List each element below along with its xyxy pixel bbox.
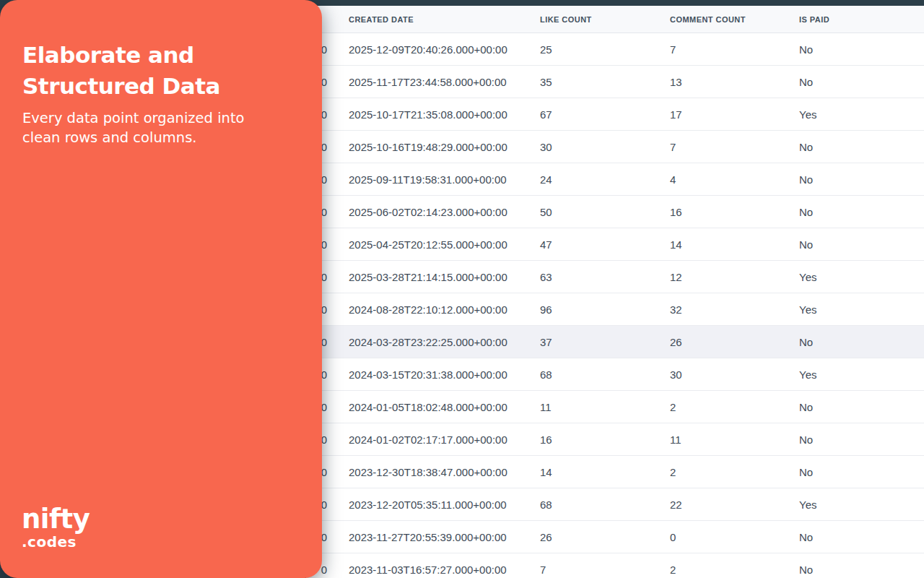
table-row[interactable]: 0 2023-12-30T18:38:47.000+00:00 14 2 No: [306, 456, 924, 488]
column-header-comment-count: COMMENT COUNT: [670, 6, 799, 33]
cell-created-date: 2024-03-15T20:31:38.000+00:00: [327, 358, 540, 390]
cell-created-date: 2024-01-05T18:02:48.000+00:00: [327, 391, 540, 423]
cell-is-paid: No: [799, 553, 924, 578]
table-row[interactable]: 0 2024-08-28T22:10:12.000+00:00 96 32 Ye…: [306, 293, 924, 326]
cell-created-date: 2025-10-16T19:48:29.000+00:00: [327, 131, 540, 163]
cell-is-paid: No: [799, 196, 924, 228]
column-header-like-count: LIKE COUNT: [540, 6, 670, 33]
cell-like-count: 7: [540, 553, 670, 578]
cell-created-date: 2023-12-30T18:38:47.000+00:00: [327, 456, 540, 488]
table-row[interactable]: 0 2025-06-02T02:14:23.000+00:00 50 16 No: [306, 196, 924, 228]
cell-comment-count: 12: [670, 261, 799, 293]
cell-like-count: 11: [540, 391, 670, 423]
table-row[interactable]: 0 2023-11-03T16:57:27.000+00:00 7 2 No: [306, 553, 924, 578]
cell-comment-count: 26: [670, 326, 799, 358]
table-row[interactable]: 0 2023-12-20T05:35:11.000+00:00 68 22 Ye…: [306, 488, 924, 521]
panel-subtitle-line2: clean rows and columns.: [22, 129, 197, 146]
table-row[interactable]: 0 2025-10-17T21:35:08.000+00:00 67 17 Ye…: [306, 98, 924, 131]
cell-comment-count: 13: [670, 66, 799, 98]
cell-is-paid: No: [799, 326, 924, 358]
cell-created-date: 2024-03-28T23:22:25.000+00:00: [327, 326, 540, 358]
cell-is-paid: No: [799, 66, 924, 98]
cell-is-paid: Yes: [799, 261, 924, 293]
cell-comment-count: 7: [670, 131, 799, 163]
nifty-codes-logo: nifty .codes: [22, 506, 90, 549]
table-row[interactable]: 0 2025-03-28T21:14:15.000+00:00 63 12 Ye…: [306, 261, 924, 293]
cell-comment-count: 11: [670, 423, 799, 455]
cell-like-count: 68: [540, 488, 670, 520]
cell-like-count: 16: [540, 423, 670, 455]
cell-is-paid: No: [799, 391, 924, 423]
cell-comment-count: 17: [670, 98, 799, 130]
cell-created-date: 2025-06-02T02:14:23.000+00:00: [327, 196, 540, 228]
cell-comment-count: 32: [670, 293, 799, 325]
cell-comment-count: 16: [670, 196, 799, 228]
cell-like-count: 50: [540, 196, 670, 228]
cell-like-count: 25: [540, 33, 670, 65]
cell-created-date: 2025-10-17T21:35:08.000+00:00: [327, 98, 540, 130]
panel-title: Elaborate and Structured Data: [22, 40, 220, 102]
panel-title-line2: Structured Data: [22, 73, 220, 99]
column-header-created-date: CREATED DATE: [327, 6, 540, 33]
cell-comment-count: 14: [670, 228, 799, 260]
column-header-is-paid: IS PAID: [799, 6, 924, 33]
panel-subtitle: Every data point organized into clean ro…: [22, 108, 245, 147]
cell-like-count: 30: [540, 131, 670, 163]
cell-comment-count: 4: [670, 163, 799, 195]
logo-text-secondary: .codes: [22, 535, 90, 549]
table-row[interactable]: 0 2025-04-25T20:12:55.000+00:00 47 14 No: [306, 228, 924, 261]
cell-comment-count: 30: [670, 358, 799, 390]
cell-comment-count: 2: [670, 391, 799, 423]
cell-like-count: 24: [540, 163, 670, 195]
table-row[interactable]: 0 2024-03-28T23:22:25.000+00:00 37 26 No: [306, 326, 924, 358]
cell-is-paid: No: [799, 163, 924, 195]
cell-like-count: 14: [540, 456, 670, 488]
cell-is-paid: No: [799, 521, 924, 553]
cell-is-paid: Yes: [799, 358, 924, 390]
cell-comment-count: 2: [670, 456, 799, 488]
table-row[interactable]: 0 2024-03-15T20:31:38.000+00:00 68 30 Ye…: [306, 358, 924, 391]
cell-created-date: 2025-11-17T23:44:58.000+00:00: [327, 66, 540, 98]
panel-title-line1: Elaborate and: [22, 42, 194, 68]
cell-created-date: 2025-12-09T20:40:26.000+00:00: [327, 33, 540, 65]
data-table-card: CREATED DATE LIKE COUNT COMMENT COUNT IS…: [306, 6, 924, 578]
cell-like-count: 63: [540, 261, 670, 293]
promo-panel: Elaborate and Structured Data Every data…: [0, 0, 322, 578]
cell-like-count: 47: [540, 228, 670, 260]
cell-like-count: 96: [540, 293, 670, 325]
table-row[interactable]: 0 2025-11-17T23:44:58.000+00:00 35 13 No: [306, 66, 924, 98]
table-row[interactable]: 0 2025-12-09T20:40:26.000+00:00 25 7 No: [306, 33, 924, 66]
cell-is-paid: Yes: [799, 488, 924, 520]
cell-comment-count: 22: [670, 488, 799, 520]
panel-subtitle-line1: Every data point organized into: [22, 110, 245, 126]
cell-comment-count: 2: [670, 553, 799, 578]
cell-created-date: 2025-09-11T19:58:31.000+00:00: [327, 163, 540, 195]
cell-created-date: 2023-11-03T16:57:27.000+00:00: [327, 553, 540, 578]
logo-text-primary: nifty: [22, 506, 90, 532]
cell-comment-count: 7: [670, 33, 799, 65]
cell-comment-count: 0: [670, 521, 799, 553]
cell-created-date: 2024-08-28T22:10:12.000+00:00: [327, 293, 540, 325]
cell-created-date: 2025-03-28T21:14:15.000+00:00: [327, 261, 540, 293]
cell-like-count: 35: [540, 66, 670, 98]
cell-like-count: 68: [540, 358, 670, 390]
cell-like-count: 26: [540, 521, 670, 553]
cell-created-date: 2025-04-25T20:12:55.000+00:00: [327, 228, 540, 260]
cell-like-count: 67: [540, 98, 670, 130]
table-body: 0 2025-12-09T20:40:26.000+00:00 25 7 No …: [306, 33, 924, 578]
cell-created-date: 2023-11-27T20:55:39.000+00:00: [327, 521, 540, 553]
cell-like-count: 37: [540, 326, 670, 358]
cell-created-date: 2023-12-20T05:35:11.000+00:00: [327, 488, 540, 520]
cell-is-paid: No: [799, 131, 924, 163]
table-header-row: CREATED DATE LIKE COUNT COMMENT COUNT IS…: [306, 6, 924, 33]
table-row[interactable]: 0 2024-01-02T02:17:17.000+00:00 16 11 No: [306, 423, 924, 456]
cell-is-paid: Yes: [799, 293, 924, 325]
cell-is-paid: No: [799, 33, 924, 65]
table-row[interactable]: 0 2024-01-05T18:02:48.000+00:00 11 2 No: [306, 391, 924, 423]
cell-is-paid: No: [799, 456, 924, 488]
cell-created-date: 2024-01-02T02:17:17.000+00:00: [327, 423, 540, 455]
table-row[interactable]: 0 2025-09-11T19:58:31.000+00:00 24 4 No: [306, 163, 924, 196]
cell-is-paid: Yes: [799, 98, 924, 130]
table-row[interactable]: 0 2025-10-16T19:48:29.000+00:00 30 7 No: [306, 131, 924, 163]
table-row[interactable]: 0 2023-11-27T20:55:39.000+00:00 26 0 No: [306, 521, 924, 553]
